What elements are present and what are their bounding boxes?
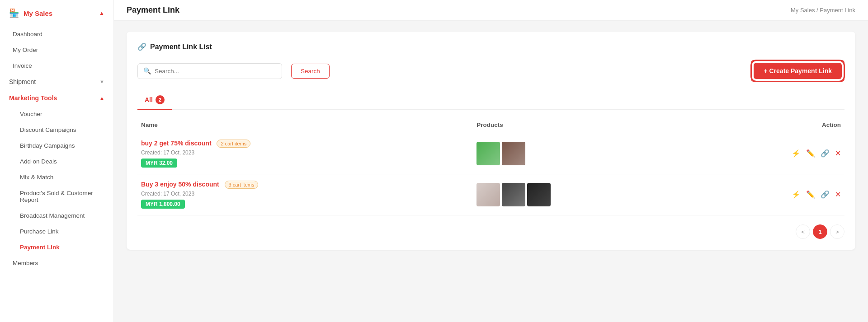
brand-arrow: ▲	[99, 10, 104, 16]
pagination-prev[interactable]: <	[796, 224, 810, 239]
row2-product-img-2	[502, 183, 525, 206]
row1-delete-button[interactable]: ✕	[835, 149, 841, 158]
toolbar: 🔍 Search + Create Payment Link	[137, 60, 844, 82]
col-action: Action	[692, 117, 844, 133]
col-products: Products	[473, 117, 692, 133]
marketing-tools-arrow: ▲	[99, 95, 104, 101]
row1-product-img-1	[476, 142, 500, 165]
tab-all[interactable]: All 2	[137, 91, 172, 110]
sidebar-item-discount-campaigns[interactable]: Discount Campaigns	[4, 122, 113, 138]
main-content: Payment Link My Sales / Payment Link 🔗 P…	[114, 0, 868, 322]
row2-products-cell	[473, 174, 692, 215]
card-header: 🔗 Payment Link List	[137, 42, 844, 51]
row1-edit-button[interactable]: ✏️	[806, 149, 815, 158]
sidebar-sub-marketing: Voucher Discount Campaigns Birthday Camp…	[0, 106, 113, 255]
sidebar-item-mix-match[interactable]: Mix & Match	[4, 169, 113, 185]
sidebar-brand[interactable]: 🏪 My Sales ▲	[0, 0, 113, 26]
row1-name: buy 2 get 75% discount	[141, 140, 212, 147]
row2-name: Buy 3 enjoy 50% discount	[141, 181, 219, 188]
row2-badge: 3 cart items	[225, 181, 259, 189]
brand-icon: 🏪	[9, 8, 19, 18]
row2-actions: ⚡ ✏️ 🔗 ✕	[696, 190, 841, 199]
row2-product-img-1	[476, 183, 500, 206]
sidebar-item-my-order[interactable]: My Order	[0, 42, 113, 58]
row1-link-button[interactable]: 🔗	[821, 149, 830, 158]
card-header-icon: 🔗	[137, 42, 146, 51]
row1-product-images	[476, 142, 689, 165]
row2-edit-button[interactable]: ✏️	[806, 190, 815, 199]
pagination: < 1 >	[137, 224, 844, 239]
brand-title: My Sales	[24, 9, 52, 17]
sidebar-item-payment-link[interactable]: Payment Link	[4, 239, 113, 255]
search-input[interactable]	[151, 64, 276, 79]
row2-product-img-3	[527, 183, 551, 206]
sidebar-item-add-on-deals[interactable]: Add-on Deals	[4, 154, 113, 169]
table-row: Buy 3 enjoy 50% discount 3 cart items Cr…	[137, 174, 844, 215]
sidebar-item-purchase-link[interactable]: Purchase Link	[4, 224, 113, 239]
row2-link-button[interactable]: 🔗	[821, 190, 830, 199]
sidebar-item-birthday-campaigns[interactable]: Birthday Campaigns	[4, 138, 113, 154]
row2-action-cell: ⚡ ✏️ 🔗 ✕	[692, 174, 844, 215]
sidebar-item-members[interactable]: Members	[0, 255, 113, 271]
tab-all-badge: 2	[156, 95, 165, 104]
table-row: buy 2 get 75% discount 2 cart items Crea…	[137, 133, 844, 174]
payment-link-table: Name Products Action buy 2 get 75% disco…	[137, 117, 844, 216]
tabs: All 2	[137, 91, 844, 110]
search-button[interactable]: Search	[291, 64, 330, 79]
card-header-title: Payment Link List	[150, 43, 212, 51]
row2-product-images	[476, 183, 689, 206]
content-area: 🔗 Payment Link List 🔍 Search + Create Pa…	[114, 21, 868, 322]
row1-products-cell	[473, 133, 692, 174]
sidebar-item-shipment[interactable]: Shipment ▼	[0, 74, 113, 90]
row1-price: MYR 32.00	[141, 159, 177, 168]
sidebar-item-invoice[interactable]: Invoice	[0, 58, 113, 74]
search-icon: 🔍	[143, 67, 151, 75]
row2-delete-button[interactable]: ✕	[835, 190, 841, 199]
create-payment-link-button[interactable]: + Create Payment Link	[754, 63, 842, 79]
sidebar-item-broadcast-management[interactable]: Broadcast Management	[4, 208, 113, 224]
row1-created: Created: 17 Oct, 2023	[141, 149, 469, 156]
row1-action-cell: ⚡ ✏️ 🔗 ✕	[692, 133, 844, 174]
shipment-arrow: ▼	[99, 79, 104, 84]
row1-flash-button[interactable]: ⚡	[792, 149, 801, 158]
pagination-next[interactable]: >	[830, 224, 844, 239]
create-button-wrapper: + Create Payment Link	[751, 60, 844, 82]
page-title: Payment Link	[127, 5, 179, 15]
breadcrumb: My Sales / Payment Link	[791, 7, 855, 14]
row2-price: MYR 1,800.00	[141, 200, 185, 209]
sidebar-item-voucher[interactable]: Voucher	[4, 106, 113, 122]
sidebar-item-marketing-tools[interactable]: Marketing Tools ▲	[0, 90, 113, 106]
pagination-page-1[interactable]: 1	[813, 224, 827, 239]
payment-link-card: 🔗 Payment Link List 🔍 Search + Create Pa…	[127, 32, 855, 250]
row1-actions: ⚡ ✏️ 🔗 ✕	[696, 149, 841, 158]
tab-all-label: All	[145, 96, 153, 103]
col-name: Name	[137, 117, 473, 133]
topbar: Payment Link My Sales / Payment Link	[114, 0, 868, 21]
row2-flash-button[interactable]: ⚡	[792, 190, 801, 199]
shipment-label: Shipment	[9, 78, 36, 85]
sidebar-item-dashboard[interactable]: Dashboard	[0, 26, 113, 42]
sidebar-item-products-sold[interactable]: Product's Sold & Customer Report	[4, 185, 113, 208]
row2-created: Created: 17 Oct, 2023	[141, 191, 469, 197]
row1-badge: 2 cart items	[217, 140, 250, 148]
row1-name-cell: buy 2 get 75% discount 2 cart items Crea…	[137, 133, 473, 174]
row2-name-cell: Buy 3 enjoy 50% discount 3 cart items Cr…	[137, 174, 473, 215]
marketing-tools-label: Marketing Tools	[9, 94, 57, 102]
row1-product-img-2	[502, 142, 525, 165]
sidebar: 🏪 My Sales ▲ Dashboard My Order Invoice …	[0, 0, 114, 322]
search-box: 🔍	[137, 63, 282, 79]
